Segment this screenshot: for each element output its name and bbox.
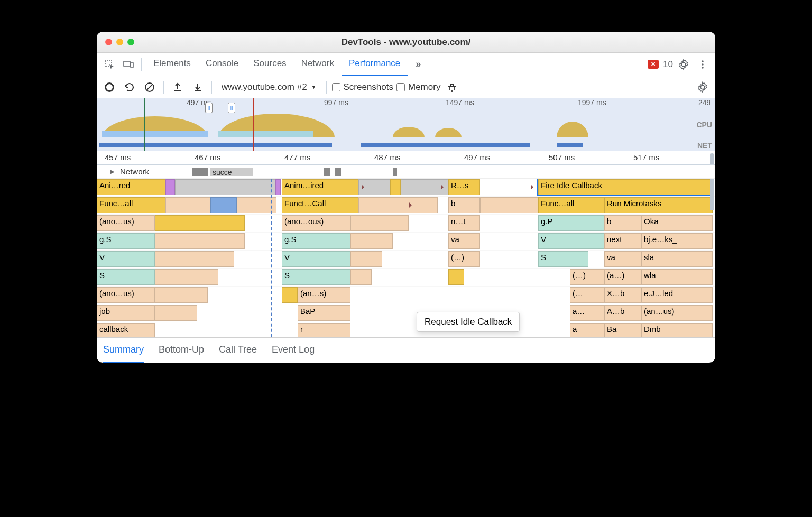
flame-block[interactable]: X…b bbox=[604, 287, 641, 303]
record-button[interactable] bbox=[101, 79, 118, 96]
settings-icon[interactable] bbox=[675, 56, 692, 73]
flame-block[interactable]: Fire Idle Callback bbox=[538, 179, 713, 195]
details-tab-call-tree[interactable]: Call Tree bbox=[219, 338, 257, 363]
network-item[interactable]: succe bbox=[210, 168, 253, 176]
flame-block[interactable] bbox=[237, 197, 276, 213]
tab-performance[interactable]: Performance bbox=[342, 53, 408, 76]
timeline-overview[interactable]: 497 ms997 ms1497 ms1997 ms249 CPU NET ||… bbox=[97, 98, 715, 151]
flame-block[interactable] bbox=[165, 179, 175, 195]
flame-block[interactable]: Dmb bbox=[641, 323, 713, 337]
reload-button[interactable] bbox=[121, 79, 138, 96]
flame-block[interactable] bbox=[275, 179, 281, 195]
screenshots-checkbox[interactable]: Screenshots bbox=[332, 82, 394, 93]
flame-block[interactable]: Ba bbox=[604, 323, 641, 337]
flame-block[interactable] bbox=[155, 233, 245, 249]
time-ruler[interactable]: 457 ms467 ms477 ms487 ms497 ms507 ms517 … bbox=[97, 151, 715, 165]
kebab-menu-icon[interactable] bbox=[694, 56, 711, 73]
flame-block[interactable]: (ano…ous) bbox=[282, 215, 350, 231]
upload-icon[interactable] bbox=[169, 79, 186, 96]
flame-block[interactable]: Func…all bbox=[538, 197, 604, 213]
flame-block[interactable]: Oka bbox=[641, 215, 713, 231]
flame-block[interactable]: (ano…us) bbox=[97, 215, 155, 231]
tab-network[interactable]: Network bbox=[294, 53, 342, 76]
flame-block[interactable]: (an…us) bbox=[641, 305, 713, 321]
flame-block[interactable]: S bbox=[97, 269, 155, 285]
device-icon[interactable] bbox=[120, 56, 137, 73]
range-handle-left[interactable]: || bbox=[205, 103, 213, 113]
flame-chart[interactable]: Ani…redAnim…iredR…sFire Idle CallbackFun… bbox=[97, 179, 715, 337]
flame-block[interactable]: Ani…red bbox=[97, 179, 165, 195]
flame-block[interactable] bbox=[155, 215, 245, 231]
flame-block[interactable] bbox=[448, 269, 464, 285]
flame-block[interactable]: Anim…ired bbox=[282, 179, 358, 195]
flame-block[interactable] bbox=[155, 251, 234, 267]
maximize-window-button[interactable] bbox=[127, 39, 134, 45]
more-tabs-icon[interactable]: » bbox=[410, 56, 427, 73]
flame-scroll-thumb[interactable] bbox=[710, 179, 714, 210]
close-window-button[interactable] bbox=[105, 39, 112, 45]
flame-block[interactable]: (ano…us) bbox=[97, 287, 155, 303]
flame-block[interactable]: S bbox=[538, 251, 588, 267]
flame-block[interactable] bbox=[358, 197, 438, 213]
flame-block[interactable]: callback bbox=[97, 323, 155, 337]
collect-garbage-icon[interactable] bbox=[444, 79, 460, 96]
flame-block[interactable]: a… bbox=[570, 305, 604, 321]
details-tab-summary[interactable]: Summary bbox=[103, 338, 144, 363]
tab-console[interactable]: Console bbox=[198, 53, 246, 76]
flame-block[interactable]: e.J…led bbox=[641, 287, 713, 303]
flame-block[interactable]: g.P bbox=[538, 215, 604, 231]
flame-block[interactable]: job bbox=[97, 305, 155, 321]
flame-block[interactable]: sla bbox=[641, 251, 713, 267]
range-handle-right[interactable]: || bbox=[228, 103, 235, 113]
flame-block[interactable] bbox=[282, 287, 298, 303]
flame-block[interactable]: bj.e…ks_ bbox=[641, 233, 713, 249]
flame-block[interactable] bbox=[480, 197, 538, 213]
inspect-icon[interactable] bbox=[101, 56, 118, 73]
flame-block[interactable] bbox=[390, 179, 401, 195]
flame-block[interactable]: Funct…Call bbox=[282, 197, 358, 213]
flame-block[interactable]: next bbox=[604, 233, 641, 249]
flame-block[interactable] bbox=[165, 197, 210, 213]
flame-block[interactable] bbox=[350, 215, 409, 231]
flame-block[interactable] bbox=[350, 233, 393, 249]
tab-elements[interactable]: Elements bbox=[146, 53, 198, 76]
flame-block[interactable] bbox=[155, 305, 197, 321]
expand-icon[interactable]: ▶ bbox=[110, 169, 115, 174]
flame-block[interactable]: V bbox=[282, 251, 350, 267]
tab-sources[interactable]: Sources bbox=[246, 53, 293, 76]
flame-block[interactable] bbox=[350, 269, 372, 285]
flame-block[interactable]: BaP bbox=[298, 305, 350, 321]
flame-block[interactable] bbox=[350, 251, 382, 267]
recording-select[interactable]: www.youtube.com #2▼ bbox=[217, 82, 321, 93]
download-icon[interactable] bbox=[189, 79, 206, 96]
flame-block[interactable]: A…b bbox=[604, 305, 641, 321]
scroll-thumb[interactable] bbox=[710, 153, 714, 165]
flame-block[interactable]: va bbox=[604, 251, 641, 267]
error-indicator[interactable]: ✕ 10 bbox=[648, 59, 673, 70]
network-track-header[interactable]: ▶ Network succe bbox=[97, 165, 715, 179]
flame-block[interactable]: V bbox=[538, 233, 604, 249]
flame-block[interactable]: va bbox=[448, 233, 480, 249]
flame-block[interactable] bbox=[155, 269, 218, 285]
flame-block[interactable]: wla bbox=[641, 269, 713, 285]
flame-block[interactable] bbox=[175, 179, 275, 195]
flame-block[interactable]: n…t bbox=[448, 215, 480, 231]
capture-settings-icon[interactable] bbox=[694, 79, 711, 96]
details-tab-bottom-up[interactable]: Bottom-Up bbox=[159, 338, 204, 363]
flame-block[interactable]: (…) bbox=[570, 269, 604, 285]
flame-block[interactable]: b bbox=[604, 215, 641, 231]
flame-block[interactable]: g.S bbox=[282, 233, 350, 249]
flame-block[interactable]: g.S bbox=[97, 233, 155, 249]
flame-block[interactable]: (an…s) bbox=[298, 287, 350, 303]
flame-block[interactable]: (…) bbox=[448, 251, 480, 267]
details-tab-event-log[interactable]: Event Log bbox=[272, 338, 315, 363]
clear-button[interactable] bbox=[141, 79, 158, 96]
flame-block[interactable]: a bbox=[570, 323, 604, 337]
flame-block[interactable]: b bbox=[448, 197, 480, 213]
flame-block[interactable]: R…s bbox=[448, 179, 480, 195]
flame-block[interactable]: Func…all bbox=[97, 197, 165, 213]
flame-block[interactable] bbox=[210, 197, 237, 213]
flame-block[interactable]: V bbox=[97, 251, 155, 267]
flame-block[interactable]: S bbox=[282, 269, 350, 285]
flame-block[interactable]: Run Microtasks bbox=[604, 197, 713, 213]
